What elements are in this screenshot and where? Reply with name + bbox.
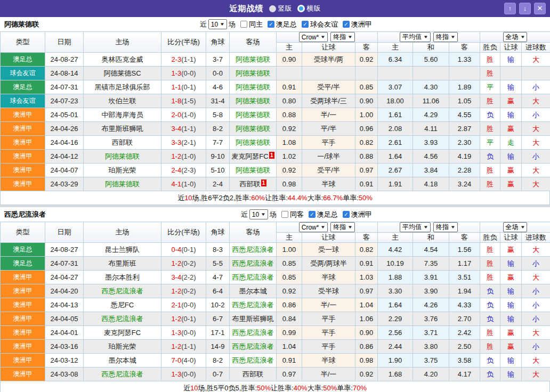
chevron-down-icon: ▼ bbox=[320, 225, 326, 230]
average-select[interactable]: 平均值▼ bbox=[400, 222, 431, 232]
handicap-result-cell: 输 bbox=[500, 150, 522, 164]
result-cell: 负 bbox=[480, 284, 500, 298]
odds-stage-select-2[interactable]: 终指▼ bbox=[433, 32, 458, 42]
home-team-cell: 阿德莱德联 bbox=[84, 150, 161, 164]
crow-away-odds-cell: 0.82 bbox=[355, 243, 378, 257]
away-team-cell: 西悉尼流浪者 bbox=[230, 257, 277, 271]
fulltime-select-group: 全场▼ bbox=[480, 32, 550, 43]
avg-draw-odds-cell: 3.91 bbox=[413, 271, 449, 284]
avg-away-odds-cell: 2.28 bbox=[449, 164, 480, 177]
away-team-name: 阿德莱德联 bbox=[236, 111, 270, 119]
goals-result-cell: 小 bbox=[522, 257, 550, 271]
corner-cell: 10-2 bbox=[206, 298, 230, 312]
col-header-corner: 角球 bbox=[206, 222, 230, 243]
bookmaker-select[interactable]: Crow*▼ bbox=[299, 222, 328, 232]
move-down-button[interactable]: ↓ bbox=[519, 3, 531, 14]
summary-text: 场,胜5平0负5, bbox=[198, 383, 241, 392]
home-team-cell: 珀斯光荣 bbox=[84, 340, 161, 354]
section1-table: 类型 日期 主场 比分(半场) 角球 客场 Crow*▼ 终指▼ 平均值▼ 终指… bbox=[0, 31, 550, 191]
avg-home-odds-cell: 1.91 bbox=[378, 177, 413, 191]
arrow-up-icon: ↑ bbox=[508, 4, 512, 12]
handicap-cell: 受两球半/三 bbox=[302, 94, 355, 108]
odds-stage-select-2[interactable]: 终指▼ bbox=[433, 222, 458, 232]
layout-radio-vertical[interactable]: 竖版 bbox=[269, 4, 292, 13]
avg-draw-odds-cell: 3.76 bbox=[413, 312, 449, 326]
league-filter-checkbox[interactable]: ✓ bbox=[343, 211, 350, 218]
bookmaker-select[interactable]: Crow*▼ bbox=[299, 32, 328, 42]
corner-cell: 7-7 bbox=[206, 136, 230, 150]
score-cell: 2-4(2-3) bbox=[161, 164, 206, 177]
close-button[interactable]: ✕ bbox=[534, 3, 546, 14]
odds-stage-select-1[interactable]: 终指▼ bbox=[330, 32, 355, 42]
handicap-result-cell bbox=[500, 67, 522, 80]
league-filter-checkbox[interactable]: ✓ bbox=[302, 21, 309, 28]
halftime-score: (0-1) bbox=[181, 83, 196, 91]
games-count-select[interactable]: 10▼ bbox=[208, 19, 227, 29]
handicap-result-cell: 输 bbox=[500, 354, 522, 368]
result-cell: 胜 bbox=[480, 53, 500, 67]
odds-stage-select-1[interactable]: 终指▼ bbox=[330, 222, 355, 232]
handicap-result-cell: 赢 bbox=[500, 94, 522, 108]
avg-away-odds-cell: 1.17 bbox=[449, 257, 480, 271]
league-type-cell: 澳足总 bbox=[1, 53, 45, 67]
handicap-result-cell: 输 bbox=[500, 108, 522, 122]
match-row: 澳洲甲24-04-20西悉尼流浪者1-2(0-2)6-4墨尔本城0.92受半球0… bbox=[1, 284, 550, 298]
fulltime-score: 0-4 bbox=[171, 246, 181, 254]
corner-cell: 0-7 bbox=[206, 368, 230, 381]
league-filter-checkbox[interactable]: ✓ bbox=[268, 21, 274, 28]
away-team-name: 麦克阿瑟FC bbox=[231, 152, 268, 160]
avg-away-odds-cell: 2.30 bbox=[449, 136, 480, 150]
same-venue-checkbox[interactable] bbox=[240, 21, 247, 28]
col-header-date: 日期 bbox=[45, 32, 84, 53]
score-cell: 2-1(0-0) bbox=[161, 298, 206, 312]
handicap-result-cell: 输 bbox=[500, 53, 522, 67]
match-row: 球会友谊24-08-14阿德莱德SC1-3(0-0)0-0阿德莱德联胜 bbox=[1, 67, 550, 80]
chevron-down-icon: ▼ bbox=[347, 35, 353, 39]
home-team-cell: 黑镇市足球俱乐部 bbox=[84, 80, 161, 94]
avg-home-odds-cell: 2.61 bbox=[378, 136, 413, 150]
fulltime-score: 1-2 bbox=[171, 287, 181, 295]
goals-result-cell: 大 bbox=[522, 177, 550, 191]
home-team-cell: 墨尔本胜利 bbox=[84, 271, 161, 284]
fulltime-score: 1-8 bbox=[171, 97, 181, 105]
date-cell: 24-04-05 bbox=[45, 312, 84, 326]
result-cell: 平 bbox=[480, 80, 500, 94]
score-cell: 3-3(2-1) bbox=[161, 136, 206, 150]
layout-radio-horizontal[interactable]: 横版 bbox=[297, 4, 321, 13]
avg-draw-odds-cell: 7.35 bbox=[413, 257, 449, 271]
fulltime-score: 3-4 bbox=[171, 125, 181, 133]
fulltime-select[interactable]: 全场▼ bbox=[503, 222, 528, 232]
away-team-cell: 阿德莱德联 bbox=[230, 53, 277, 67]
fulltime-score: 1-1 bbox=[171, 83, 181, 91]
summary-text: 44.4% bbox=[288, 194, 308, 202]
avg-home-odds-cell: 2.08 bbox=[378, 122, 413, 136]
handicap-cell bbox=[302, 67, 355, 80]
average-select[interactable]: 平均值▼ bbox=[400, 32, 431, 42]
sub-header-home-odds: 主 bbox=[277, 233, 302, 243]
games-count-select[interactable]: 10▼ bbox=[249, 209, 268, 219]
league-filter-label: 澳足总 bbox=[317, 210, 338, 219]
away-team-cell: 墨尔本城 bbox=[230, 284, 277, 298]
league-filter-checkbox[interactable]: ✓ bbox=[309, 211, 316, 218]
handicap-cell: 平手 bbox=[302, 312, 355, 326]
fulltime-select[interactable]: 全场▼ bbox=[503, 32, 528, 42]
league-type-cell: 澳洲甲 bbox=[1, 298, 45, 312]
summary-text: 近 bbox=[183, 383, 190, 392]
league-type-cell: 澳洲甲 bbox=[1, 150, 45, 164]
score-cell: 0-4(0-1) bbox=[161, 243, 206, 257]
league-type-cell: 澳足总 bbox=[1, 257, 45, 271]
match-row: 澳足总24-08-27昆士兰狮队0-4(0-1)8-3西悉尼流浪者1.00受一球… bbox=[1, 243, 550, 257]
crow-away-odds-cell: 0.91 bbox=[355, 257, 378, 271]
avg-away-odds-cell: 1.89 bbox=[449, 80, 480, 94]
summary-text: 60% bbox=[251, 194, 265, 202]
avg-draw-odds-cell: 3.75 bbox=[413, 354, 449, 368]
match-row: 澳洲甲24-04-07珀斯光荣2-4(2-3)5-10阿德莱德联0.92受平/半… bbox=[1, 164, 550, 177]
halftime-score: (1-1) bbox=[181, 125, 196, 133]
score-cell: 7-0(4-0) bbox=[161, 354, 206, 368]
date-cell: 24-07-31 bbox=[45, 80, 84, 94]
match-row: 球会友谊24-07-23坎伯兰联1-8(1-5)31-4阿德莱德联0.80受两球… bbox=[1, 94, 550, 108]
move-up-button[interactable]: ↑ bbox=[504, 3, 516, 14]
same-venue-checkbox[interactable] bbox=[281, 211, 288, 218]
handicap-cell: 平手 bbox=[302, 326, 355, 340]
league-filter-checkbox[interactable]: ✓ bbox=[343, 21, 350, 28]
